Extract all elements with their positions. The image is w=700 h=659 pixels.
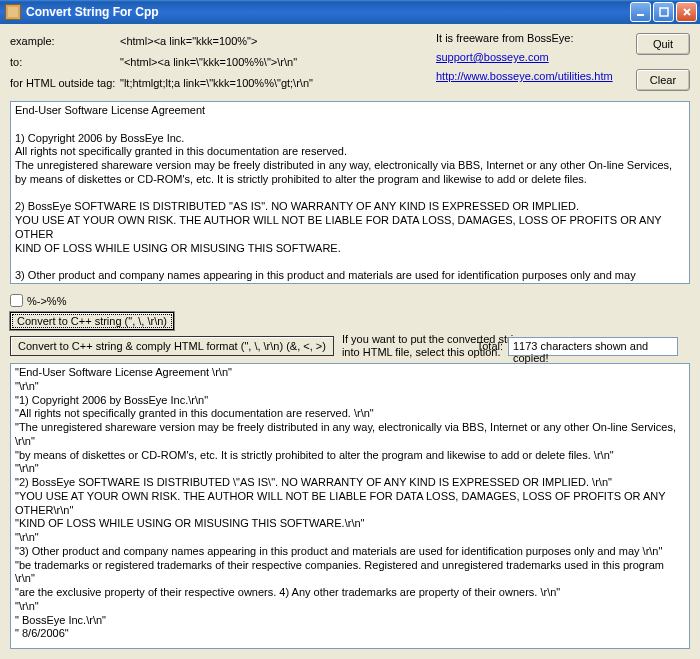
to-label: to: bbox=[10, 56, 120, 68]
convert-cpp-button[interactable]: Convert to C++ string (", \, \r\n) bbox=[10, 312, 174, 330]
support-link[interactable]: support@bosseye.com bbox=[436, 51, 549, 63]
freeware-block: It is freeware from BossEye: support@bos… bbox=[436, 32, 626, 95]
convert-cpp-html-button[interactable]: Convert to C++ string & comply HTML form… bbox=[10, 336, 334, 356]
example-label: example: bbox=[10, 35, 120, 47]
examples-block: example: <html><a link="kkk=100%"> to: "… bbox=[10, 32, 426, 95]
minimize-button[interactable] bbox=[630, 2, 651, 22]
close-button[interactable] bbox=[676, 2, 697, 22]
window-title: Convert String For Cpp bbox=[26, 5, 630, 19]
svg-rect-0 bbox=[637, 14, 644, 16]
example-value: <html><a link="kkk=100%"> bbox=[120, 35, 257, 47]
maximize-button[interactable] bbox=[653, 2, 674, 22]
total-output: 1173 characters shown and copied! bbox=[508, 337, 678, 356]
utilities-link[interactable]: http://www.bosseye.com/utilities.htm bbox=[436, 70, 613, 82]
quit-button[interactable]: Quit bbox=[636, 33, 690, 55]
clear-button[interactable]: Clear bbox=[636, 69, 690, 91]
to-value: "<html><a link=\"kkk=100%%\">\r\n" bbox=[120, 56, 297, 68]
input-textarea[interactable]: End-User Software License Agreement 1) C… bbox=[10, 101, 690, 284]
html-out-value: "lt;htmlgt;lt;a link=\"kkk=100%%\"gt;\r\… bbox=[120, 77, 313, 89]
window-titlebar: Convert String For Cpp bbox=[0, 0, 700, 24]
html-out-label: for HTML outside tag: bbox=[10, 77, 120, 89]
total-label: Total: bbox=[477, 340, 503, 352]
output-textarea[interactable]: "End-User Software License Agreement \r\… bbox=[10, 363, 690, 649]
app-icon bbox=[5, 4, 21, 20]
percent-checkbox[interactable] bbox=[10, 294, 23, 307]
svg-rect-1 bbox=[660, 8, 668, 16]
freeware-text: It is freeware from BossEye: bbox=[436, 32, 626, 48]
percent-checkbox-label: %->%% bbox=[27, 295, 66, 307]
